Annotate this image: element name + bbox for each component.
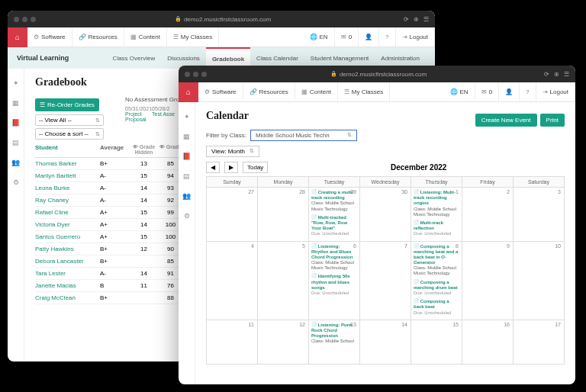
nav-lang[interactable]: 🌐EN [444, 82, 475, 101]
day-cell[interactable]: 14 [360, 320, 411, 365]
browser-actions[interactable]: ⟳⊕☰ [544, 71, 569, 78]
chevron-icon: ⇅ [95, 117, 100, 124]
nav-lang[interactable]: 🌐EN [304, 27, 335, 47]
day-cell[interactable]: 2 [462, 188, 514, 242]
student-link[interactable]: Janette Macias [35, 282, 100, 289]
browser-actions[interactable]: ⟳⊕☰ [404, 16, 429, 23]
nav-logout[interactable]: ⇥Logout [396, 27, 435, 47]
day-cell[interactable]: 13📄 Listening: Punk Rock Chord Progressi… [309, 320, 360, 365]
day-cell[interactable]: 10 [514, 242, 565, 320]
nav-content[interactable]: ▦Content [124, 27, 167, 47]
rail-icon[interactable]: ▤ [12, 139, 19, 146]
day-number: 8 [456, 243, 459, 249]
rail-icon[interactable]: ⚙ [13, 178, 19, 186]
nav-resources[interactable]: 🔗Resources [243, 82, 295, 101]
rail-icon[interactable]: ⚙ [184, 212, 190, 220]
url-bar[interactable]: 🔒demo2.musicfirstclassroom.com [42, 16, 404, 23]
calendar-event[interactable]: 📄 Listening: Rhythm and Blues Chord Prog… [311, 243, 358, 272]
day-cell[interactable]: 3 [514, 188, 565, 242]
rail-icon[interactable]: 📕 [182, 153, 191, 160]
calendar-event[interactable]: 📄 Multi-tracked "Row, Row, Row Your Boat… [311, 214, 358, 238]
calendar-event[interactable]: 📄 Composing a marching beat and a back b… [413, 243, 460, 278]
day-cell[interactable]: 15 [411, 320, 462, 365]
prev-button[interactable]: ◀ [206, 162, 220, 173]
reorder-button[interactable]: ☰Re-Order Grades [35, 98, 99, 111]
day-cell[interactable]: 8📄 Composing a marching beat and a back … [411, 242, 462, 320]
nav-help[interactable]: ? [379, 27, 395, 47]
assessment-link[interactable]: Test Asse [152, 111, 179, 117]
day-number: 3 [558, 189, 561, 194]
student-link[interactable]: Thomas Barker [35, 160, 100, 167]
create-event-button[interactable]: Create New Event [475, 114, 537, 127]
day-cell[interactable]: 9 [462, 242, 514, 320]
nav-content[interactable]: ▦Content [295, 82, 338, 101]
day-cell[interactable]: 17 [514, 320, 565, 365]
day-cell[interactable]: 30 [360, 188, 411, 242]
next-button[interactable]: ▶ [224, 162, 238, 173]
sort-select[interactable]: -- Choose a sort --⇅ [35, 128, 104, 140]
student-link[interactable]: Debora Lancaster [35, 258, 100, 265]
student-link[interactable]: Santos Guerrero [35, 233, 100, 240]
calendar-event[interactable]: 📄 Composing a back beatDue: Unscheduled [413, 298, 460, 316]
rail-icon[interactable]: 👥 [11, 159, 20, 166]
assessment-link[interactable]: Project Proposal [125, 111, 152, 122]
student-link[interactable]: Patty Hawkins [35, 246, 100, 252]
calendar-event[interactable]: 📄 Composing a marching drum beatDue: Uns… [413, 279, 460, 297]
rail-icon[interactable]: 📕 [11, 119, 20, 127]
home-icon[interactable]: ⌂ [179, 82, 198, 102]
day-cell[interactable]: 11 [207, 320, 258, 365]
nav-myclasses[interactable]: ☰My Classes [167, 27, 219, 47]
view-select[interactable]: View: Month⇅ [206, 146, 259, 157]
nav-resources[interactable]: 🔗Resources [72, 27, 124, 47]
rail-icon[interactable]: ✦ [13, 79, 19, 87]
nav-user[interactable]: 👤 [359, 27, 379, 47]
day-cell[interactable]: 12 [258, 320, 309, 365]
calendar-grid: SundayMondayTuesdayWednesdayThursdayFrid… [206, 176, 565, 365]
student-link[interactable]: Leona Burke [35, 185, 100, 191]
day-cell[interactable]: 1📄 Listening: Multi-track recording orig… [411, 188, 462, 242]
nav-help[interactable]: ? [520, 82, 536, 101]
day-cell[interactable]: 27 [207, 188, 258, 242]
rail-icon[interactable]: ▦ [183, 133, 190, 140]
day-cell[interactable]: 5 [258, 242, 309, 320]
class-filter-select[interactable]: Middle School Music Techn⇅ [250, 130, 357, 141]
student-link[interactable]: Rafael Cline [35, 209, 100, 216]
day-cell[interactable]: 28 [258, 188, 309, 242]
calendar-event[interactable]: 📄 Listening: Multi-track recording origi… [413, 189, 460, 218]
nav-messages[interactable]: ✉0 [475, 82, 499, 101]
day-cell[interactable]: 7 [360, 242, 411, 320]
nav-software[interactable]: ⚙Software [27, 27, 72, 47]
chevron-icon: ⇅ [347, 132, 352, 139]
rail-icon[interactable]: ▦ [12, 99, 19, 107]
day-cell[interactable]: 29📄 Creating a multi-track recordingClas… [309, 188, 360, 242]
print-button[interactable]: Print [540, 114, 565, 127]
view-select[interactable]: -- View All --⇅ [35, 114, 104, 126]
calendar-event[interactable]: 📄 Identifying 50s rhythm and blues songs… [311, 273, 358, 297]
student-link[interactable]: Ray Chaney [35, 197, 100, 204]
nav-myclasses[interactable]: ☰My Classes [338, 82, 390, 101]
student-link[interactable]: Victoria Dyer [35, 221, 100, 228]
student-link[interactable]: Tara Lester [35, 270, 100, 277]
student-link[interactable]: Craig McClean [35, 294, 100, 301]
list-icon: ☰ [173, 34, 179, 40]
nav-logout[interactable]: ⇥Logout [536, 82, 575, 101]
url-bar[interactable]: 🔒demo2.musicfirstclassroom.com [213, 71, 544, 78]
lock-icon: 🔒 [330, 71, 337, 77]
day-cell[interactable]: 6📄 Listening: Rhythm and Blues Chord Pro… [309, 242, 360, 320]
rail-icon[interactable]: ▤ [183, 172, 190, 180]
home-icon[interactable]: ⌂ [8, 27, 27, 47]
nav-user[interactable]: 👤 [499, 82, 520, 101]
day-header: Friday [462, 177, 514, 188]
student-link[interactable]: Marilyn Bartlett [35, 172, 100, 179]
tab-overview[interactable]: Class Overview [107, 47, 162, 69]
rail-icon[interactable]: 👥 [182, 192, 191, 200]
day-cell[interactable]: 4 [207, 242, 258, 320]
nav-messages[interactable]: ✉0 [335, 27, 359, 47]
window-controls[interactable] [14, 17, 36, 22]
today-button[interactable]: Today [243, 162, 268, 173]
nav-software[interactable]: ⚙Software [198, 82, 243, 101]
rail-icon[interactable]: ✦ [184, 113, 190, 120]
calendar-event[interactable]: 📄 Multi-track reflectionDue: Unscheduled [413, 220, 460, 238]
window-controls[interactable] [185, 72, 207, 77]
day-cell[interactable]: 16 [462, 320, 514, 365]
